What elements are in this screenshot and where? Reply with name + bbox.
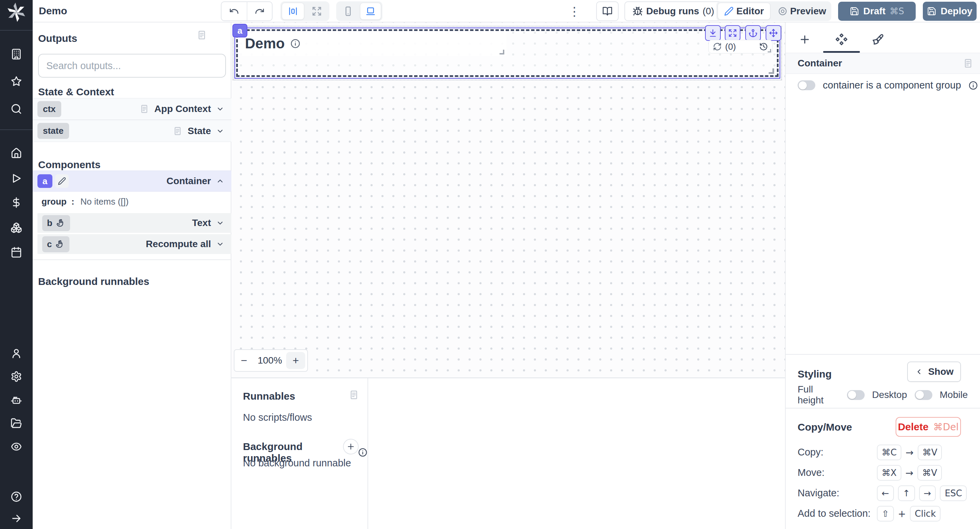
draft-button[interactable]: Draft ⌘S — [838, 2, 916, 21]
outputs-title: Outputs — [38, 33, 77, 44]
pointer-hand-icon — [56, 218, 65, 228]
undo-button[interactable] — [221, 2, 247, 21]
info-icon[interactable] — [358, 448, 368, 457]
app-canvas[interactable]: Demo a (0) − 100% + — [231, 22, 785, 378]
component-row-c[interactable]: c Recompute all — [37, 234, 231, 254]
state-type-label: State — [188, 126, 211, 137]
mobile-label: Mobile — [940, 389, 968, 400]
home-icon[interactable] — [11, 147, 22, 159]
schedules-icon[interactable] — [11, 247, 22, 258]
favorites-icon[interactable] — [11, 76, 22, 87]
settings-panel: Container container is a component group… — [785, 22, 980, 529]
tab-editor[interactable]: Editor — [718, 3, 770, 20]
ctx-row[interactable]: ctx App Context — [33, 98, 231, 120]
fullscreen-button[interactable] — [725, 25, 740, 41]
audit-eye-icon[interactable] — [11, 441, 22, 453]
no-scripts-text: No scripts/flows — [243, 412, 312, 423]
rename-pencil-icon[interactable] — [55, 174, 69, 188]
search-icon[interactable] — [11, 103, 22, 115]
variables-icon[interactable] — [11, 197, 22, 208]
move-button[interactable] — [765, 25, 781, 41]
text-component[interactable]: Demo — [239, 31, 506, 56]
tab-insert-component[interactable] — [798, 33, 811, 46]
ctx-type-label: App Context — [154, 104, 211, 115]
resources-icon[interactable] — [11, 222, 22, 234]
paintbrush-icon — [872, 33, 885, 46]
zoom-in-button[interactable]: + — [286, 352, 305, 369]
info-icon[interactable] — [290, 38, 301, 49]
tab-styling[interactable] — [872, 33, 885, 46]
help-icon[interactable] — [11, 491, 22, 502]
mobile-view-button[interactable] — [337, 3, 359, 20]
expand-sidebar-icon[interactable] — [11, 513, 22, 524]
outputs-log-icon[interactable] — [197, 30, 207, 40]
state-badge: state — [37, 123, 69, 139]
runs-icon[interactable] — [11, 172, 22, 184]
preview-label: Preview — [790, 6, 826, 17]
shortcut-row-copy: Copy: ⌘C → ⌘V — [786, 445, 980, 460]
undo-redo-group — [221, 2, 272, 21]
state-row[interactable]: state State — [33, 120, 231, 142]
zoom-out-button[interactable]: − — [234, 352, 253, 369]
component-group-toggle[interactable] — [798, 80, 815, 90]
desktop-view-button[interactable] — [360, 3, 381, 20]
app-title: Demo — [39, 5, 67, 17]
component-b-type: Text — [192, 218, 211, 228]
workspace-icon[interactable] — [11, 48, 22, 60]
component-runs-badge[interactable]: (0) — [708, 40, 772, 53]
history-icon[interactable] — [759, 42, 768, 51]
docs-button[interactable] — [596, 2, 619, 21]
kbd-key: ⌘V — [917, 465, 942, 481]
anchor-icon — [749, 29, 757, 37]
mobile-toggle[interactable] — [915, 390, 932, 400]
search-outputs-input[interactable] — [38, 54, 226, 78]
copy-move-title: Copy/Move — [798, 421, 852, 433]
centered-layout-button[interactable] — [282, 3, 304, 20]
chevron-down-icon[interactable] — [216, 105, 224, 113]
expand-icon — [728, 29, 737, 37]
full-height-toggle[interactable] — [847, 390, 865, 400]
selection-outline: Demo — [233, 26, 782, 80]
more-menu-kebab-icon[interactable]: ⋮ — [568, 3, 581, 19]
add-background-runnable-button[interactable] — [343, 439, 359, 454]
container-resize-handle[interactable] — [769, 69, 774, 74]
plus-glyph: + — [898, 508, 906, 519]
user-icon[interactable] — [11, 347, 22, 359]
kbd-key: ⇧ — [877, 506, 894, 521]
tab-component-settings[interactable] — [835, 33, 848, 46]
component-row-b[interactable]: b Text — [37, 213, 231, 233]
component-id-tab[interactable]: a — [232, 24, 247, 37]
show-styling-button[interactable]: Show — [907, 362, 961, 382]
full-width-layout-button[interactable] — [305, 3, 328, 20]
chevron-down-icon[interactable] — [216, 240, 224, 249]
runnables-log-icon[interactable] — [349, 390, 359, 400]
resize-handle[interactable] — [768, 49, 771, 53]
group-key: group — [41, 196, 67, 207]
windmill-logo[interactable] — [7, 3, 26, 22]
chevron-down-icon[interactable] — [216, 127, 224, 135]
tab-preview[interactable]: Preview — [772, 3, 832, 20]
doc-icon[interactable] — [963, 58, 973, 69]
doc-icon — [173, 126, 182, 136]
settings-gear-icon[interactable] — [11, 371, 22, 382]
expand-icon — [312, 6, 322, 16]
chevron-up-icon[interactable] — [216, 177, 224, 185]
container-component[interactable]: Demo — [236, 29, 778, 77]
delete-button[interactable]: Delete ⌘Del — [896, 417, 961, 437]
anchor-button[interactable] — [745, 25, 761, 41]
deploy-button[interactable]: Deploy — [923, 2, 977, 21]
redo-button[interactable] — [247, 2, 272, 21]
refresh-icon[interactable] — [713, 42, 722, 51]
group-toggle-row: container is a component group — [798, 80, 978, 91]
info-icon[interactable] — [969, 81, 978, 90]
debug-runs-button[interactable]: Debug runs (0) — [624, 2, 722, 21]
runnables-column: Runnables No scripts/flows Background ru… — [231, 378, 368, 529]
laptop-icon — [366, 6, 375, 16]
component-row-a[interactable]: a Container — [33, 170, 231, 192]
chevron-down-icon[interactable] — [216, 218, 224, 228]
chevron-left-icon — [915, 367, 924, 376]
expand-down-button[interactable] — [705, 25, 721, 41]
workers-robot-icon[interactable] — [11, 394, 22, 406]
folders-icon[interactable] — [11, 417, 22, 429]
resize-handle[interactable] — [500, 50, 504, 54]
